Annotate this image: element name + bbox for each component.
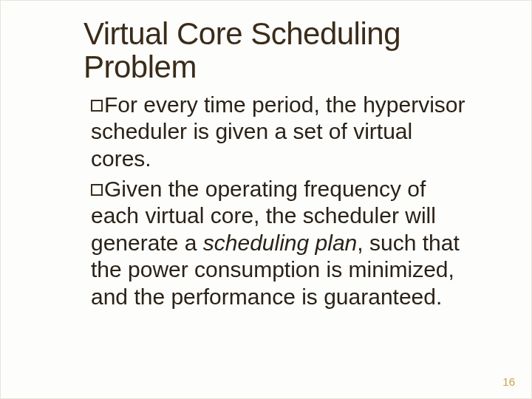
bullet-item: For every time period, the hypervisor sc… [91, 92, 472, 173]
bullet-emphasis: scheduling plan [203, 231, 358, 255]
bullet-lead: Given [104, 177, 162, 201]
bullet-text: every time period, the hypervisor schedu… [91, 92, 466, 171]
square-bullet-icon [91, 184, 103, 196]
square-bullet-icon [91, 100, 103, 112]
page-number: 16 [502, 375, 515, 388]
slide-title: Virtual Core Scheduling Problem [83, 17, 472, 84]
bullet-lead: For [104, 92, 137, 117]
bullet-item: Given the operating frequency of each vi… [91, 176, 472, 311]
slide: Virtual Core Scheduling Problem For ever… [1, 1, 531, 398]
slide-body: For every time period, the hypervisor sc… [83, 92, 472, 311]
